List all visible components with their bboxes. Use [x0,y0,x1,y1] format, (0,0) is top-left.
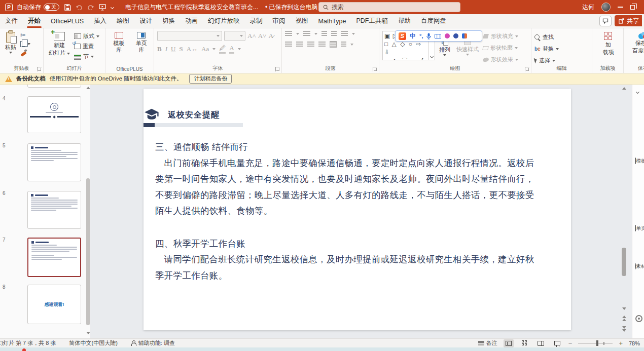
paste-button[interactable]: 粘贴 [3,31,18,65]
cut-button[interactable]: ✂ [20,32,30,38]
reset-button[interactable]: 重置 [74,43,99,50]
increase-indent-button[interactable] [331,31,337,36]
page-library-button[interactable]: 单页库 [131,31,152,65]
scroll-down-icon[interactable] [622,307,626,310]
decrease-indent-button[interactable] [321,31,327,36]
customize-qat-icon[interactable] [111,6,114,9]
user-name[interactable]: 达何 [582,3,594,12]
clipboard-dialog-launcher-icon[interactable] [37,67,42,71]
italic-button[interactable]: I [165,45,167,53]
tab-mathtype[interactable]: MathType [313,14,351,28]
thumbnail-slide-4[interactable] [27,96,81,133]
zoom-slider[interactable] [578,343,613,344]
section-button[interactable]: 节 [74,53,99,60]
scroll-down-icon[interactable] [86,332,90,334]
previous-slide-button[interactable] [622,316,626,321]
slide-title[interactable]: 返校安全提醒 [168,110,220,121]
align-center-button[interactable] [296,42,303,47]
font-color-button[interactable]: A [229,44,234,54]
justify-button[interactable] [318,42,326,47]
grow-font-button[interactable]: A˄ [247,32,256,40]
redo-icon[interactable] [87,4,94,10]
slideshow-view-button[interactable] [552,339,562,347]
thumbnail-scrollbar[interactable] [86,85,90,338]
reading-view-button[interactable] [536,339,546,347]
tab-animations[interactable]: 动画 [180,14,203,28]
tab-pdf-tools[interactable]: PDF工具箱 [351,14,393,28]
align-left-button[interactable] [285,42,292,47]
font-name-combo[interactable] [157,31,222,41]
zoom-out-button[interactable]: − [568,339,573,347]
layout-button[interactable]: 版式 [74,32,99,40]
tab-file[interactable]: 文件 [0,14,23,28]
ime-keyboard-icon[interactable] [435,34,441,38]
numbering-button[interactable] [303,31,310,36]
tab-view[interactable]: 视图 [291,14,313,28]
slide-body-text[interactable]: 三、通信顺畅 结伴而行 出门前确保手机电量充足，路途中要确保通信畅通，要定时定点… [155,139,538,284]
canvas-scrollbar[interactable] [620,85,629,338]
ime-mic-icon[interactable] [426,33,431,40]
text-direction-button[interactable] [341,42,346,47]
underline-button[interactable]: U [171,45,175,53]
bullets-button[interactable] [285,31,292,36]
tab-slideshow[interactable]: 幻灯片放映 [203,14,245,28]
slide-sorter-button[interactable] [520,339,530,347]
thumbnail-slide-5[interactable] [27,143,81,181]
minimize-button[interactable] [618,7,623,8]
section-3-heading[interactable]: 三、通信顺畅 结伴而行 [155,139,538,155]
ime-mode-chinese[interactable]: 中 [410,32,416,41]
thumbnail-slide-6[interactable] [27,191,81,229]
shapes-row-1[interactable]: □ △ ◇ ○ ⇨ ⇩ [384,40,426,56]
zoom-in-button[interactable]: + [619,339,623,347]
ime-emoji-icon[interactable] [453,33,458,38]
change-case-button[interactable]: Aa [201,45,209,53]
start-slideshow-icon[interactable] [99,4,106,11]
schedule-backup-button[interactable]: 计划稍后备份 [189,74,232,84]
format-painter-button[interactable] [20,50,30,56]
undo-icon[interactable] [76,4,83,10]
tab-review[interactable]: 审阅 [268,14,291,28]
autosave-toggle[interactable]: 自动保存 关 [17,3,59,12]
tab-design[interactable]: 设计 [134,14,157,28]
section-4-body[interactable]: 请同学们配合班长统计研究生返校信息，及时办理提前或延迟返校研究生相关手续，建立好… [155,252,538,284]
shape-outline-button[interactable]: 形状轮廓 [483,44,518,52]
section-4-heading[interactable]: 四、秋季开学工作台账 [155,236,538,252]
saved-status[interactable]: • 已保存到这台电脑 [265,3,318,12]
accessibility-status[interactable]: 辅助功能: 调查 [131,339,175,347]
comments-button[interactable] [599,16,612,26]
clear-formatting-button[interactable]: A̷ [268,32,273,40]
tab-transitions[interactable]: 切换 [157,14,180,28]
tab-record[interactable]: 录制 [245,14,268,28]
shrink-font-button[interactable]: A˅ [258,32,267,40]
restore-window-button[interactable] [630,5,635,10]
shapes-row-2[interactable]: ▱ ∿ ⌒ 〜 { } [384,57,426,60]
tab-insert[interactable]: 插入 [89,14,112,28]
char-spacing-button[interactable]: A↔ [187,45,198,53]
settings-gear-icon[interactable] [635,315,642,322]
tab-draw[interactable]: 绘图 [112,14,134,28]
notes-button[interactable]: 备注 [478,339,497,347]
align-right-button[interactable] [307,42,314,47]
tab-home[interactable]: 开始 [23,14,46,28]
template-library-button[interactable]: 模板库 [109,31,129,65]
drawing-dialog-launcher-icon[interactable] [525,67,529,71]
gallery-scroll-down-icon[interactable] [430,55,434,59]
canvas-scrollbar-thumb[interactable] [622,248,626,276]
thumbnail-scrollbar-thumb[interactable] [86,178,90,325]
sogou-logo-icon[interactable]: S [399,32,406,40]
scroll-up-icon[interactable] [86,87,90,89]
columns-button[interactable] [330,41,337,48]
paragraph-dialog-launcher-icon[interactable] [373,67,377,71]
strip-item-assets[interactable]: 素材 [635,263,644,270]
tab-help[interactable]: 帮助 [393,14,416,28]
share-button[interactable]: 共享 [615,15,642,26]
addins-button[interactable]: 加 载项 [601,31,616,65]
find-button[interactable]: 查找 [534,33,559,41]
autosave-switch[interactable]: 关 [44,4,59,11]
ime-toolbar[interactable]: S 中 °, [395,30,482,42]
ime-skin-icon[interactable] [445,33,450,38]
shape-fill-button[interactable]: 形状填充 [483,32,518,40]
ime-toolbox-icon[interactable] [462,33,467,38]
thumbnail-slide-3-partial[interactable] [27,85,81,88]
tab-baidu-netdisk[interactable]: 百度网盘 [416,14,451,28]
